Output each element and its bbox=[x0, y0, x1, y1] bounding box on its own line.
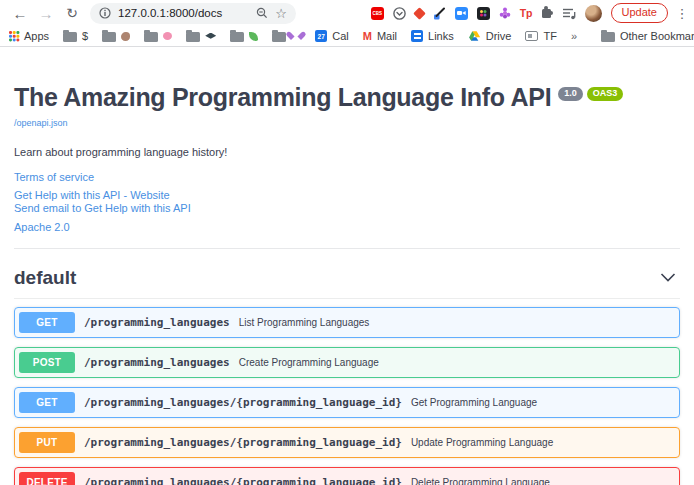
bookmark-mail[interactable]: M Mail bbox=[363, 30, 397, 42]
links-icon bbox=[411, 30, 423, 42]
endpoint-path: /programming_languages/{programming_lang… bbox=[84, 476, 402, 485]
bookmark-folder-horse[interactable] bbox=[102, 30, 130, 42]
bookmark-calendar[interactable]: 27 Cal bbox=[315, 30, 349, 42]
folder-icon bbox=[102, 32, 116, 42]
api-description: Learn about programming language history… bbox=[14, 146, 680, 158]
chevron-down-icon[interactable] bbox=[660, 273, 676, 282]
folder-icon bbox=[186, 32, 200, 42]
eyedropper-extension-icon[interactable] bbox=[433, 7, 446, 20]
bookmark-links[interactable]: Links bbox=[411, 30, 454, 42]
version-badge: 1.0 bbox=[558, 87, 583, 101]
bookmark-tf[interactable]: TF bbox=[525, 30, 556, 42]
license-link[interactable]: Apache 2.0 bbox=[14, 221, 680, 234]
endpoint-summary: Update Programming Language bbox=[411, 437, 553, 448]
cbs-extension-icon[interactable]: CBS bbox=[371, 7, 384, 20]
purple-heart-emoji-icon bbox=[291, 32, 301, 41]
bookmark-folder-graduation[interactable] bbox=[186, 30, 216, 42]
endpoint-path: /programming_languages/{programming_lang… bbox=[84, 436, 402, 449]
flower-dark-extension-icon[interactable] bbox=[477, 7, 490, 20]
endpoint-summary: Get Programming Language bbox=[411, 397, 537, 408]
bookmarks-bar: Apps $ 27 Cal M Mail Links bbox=[0, 26, 694, 47]
extensions-area: CBS Tp Update bbox=[371, 3, 687, 22]
endpoint-path: /programming_languages/{programming_lang… bbox=[84, 396, 402, 409]
endpoint-summary: List Programming Languages bbox=[239, 317, 370, 328]
openapi-spec-link[interactable]: /openapi.json bbox=[14, 118, 68, 128]
section-title: default bbox=[14, 267, 76, 289]
method-badge: POST bbox=[19, 352, 75, 373]
method-badge: DELETE bbox=[19, 472, 75, 485]
folder-icon bbox=[601, 32, 615, 42]
update-button[interactable]: Update bbox=[611, 3, 668, 22]
folder-icon bbox=[63, 32, 77, 42]
url-text[interactable]: 127.0.0.1:8000/docs bbox=[118, 7, 249, 19]
bookmark-folder-brain[interactable] bbox=[144, 30, 172, 42]
leaf-emoji-icon bbox=[249, 32, 258, 41]
calendar-icon: 27 bbox=[315, 30, 327, 42]
method-badge: PUT bbox=[19, 432, 75, 453]
brain-emoji-icon bbox=[163, 32, 172, 40]
endpoint-summary: Delete Programming Language bbox=[411, 477, 550, 485]
terms-of-service-link[interactable]: Terms of service bbox=[14, 171, 680, 184]
bookmark-folder-leaf[interactable] bbox=[230, 30, 258, 42]
folder-icon bbox=[230, 32, 244, 42]
address-bar[interactable]: 127.0.0.1:8000/docs bbox=[90, 3, 296, 24]
bookmark-drive[interactable]: Drive bbox=[468, 30, 512, 42]
endpoint-path: /programming_languages bbox=[84, 356, 230, 369]
tag-section-default[interactable]: default bbox=[14, 249, 680, 299]
profile-avatar[interactable] bbox=[585, 5, 602, 22]
other-bookmarks[interactable]: Other Bookmarks bbox=[601, 30, 694, 42]
apps-shortcut[interactable]: Apps bbox=[9, 30, 49, 42]
bookmark-folder-dollar[interactable]: $ bbox=[63, 30, 88, 42]
folder-icon bbox=[144, 32, 158, 42]
endpoint-row-list-languages[interactable]: GET /programming_languages List Programm… bbox=[14, 307, 680, 338]
bookmark-folder-heart[interactable] bbox=[272, 30, 301, 42]
endpoint-row-get-language[interactable]: GET /programming_languages/{programming_… bbox=[14, 387, 680, 418]
zoom-out-icon[interactable] bbox=[256, 7, 268, 19]
page-title: The Amazing Programming Language Info AP… bbox=[14, 83, 551, 112]
site-info-icon[interactable] bbox=[99, 7, 111, 19]
swagger-page: The Amazing Programming Language Info AP… bbox=[0, 47, 694, 485]
gmail-icon: M bbox=[363, 30, 372, 42]
tp-extension-icon[interactable]: Tp bbox=[520, 7, 533, 19]
reload-icon[interactable] bbox=[59, 1, 85, 25]
music-queue-icon[interactable] bbox=[562, 7, 576, 20]
oas3-badge: OAS3 bbox=[587, 87, 624, 101]
horse-emoji-icon bbox=[121, 32, 130, 41]
endpoint-row-delete-language[interactable]: DELETE /programming_languages/{programmi… bbox=[14, 467, 680, 485]
endpoint-row-update-language[interactable]: PUT /programming_languages/{programming_… bbox=[14, 427, 680, 458]
bookmarks-overflow-chevron[interactable]: » bbox=[571, 30, 577, 42]
google-drive-icon bbox=[468, 30, 481, 42]
flower-purple-extension-icon[interactable] bbox=[503, 11, 507, 15]
help-website-link[interactable]: Get Help with this API - Website bbox=[14, 189, 680, 202]
endpoint-row-create-language[interactable]: POST /programming_languages Create Progr… bbox=[14, 347, 680, 378]
folder-icon bbox=[272, 32, 286, 42]
graduation-cap-emoji-icon bbox=[205, 33, 216, 40]
send-extension-icon[interactable] bbox=[413, 7, 426, 20]
apps-grid-icon bbox=[9, 31, 19, 41]
puzzle-extensions-icon[interactable] bbox=[542, 9, 551, 18]
pocket-extension-icon[interactable] bbox=[393, 7, 406, 20]
help-email-link[interactable]: Send email to Get Help with this API bbox=[14, 202, 680, 215]
method-badge: GET bbox=[19, 392, 75, 413]
browser-toolbar: 127.0.0.1:8000/docs CBS Tp bbox=[0, 0, 694, 26]
api-info-section: The Amazing Programming Language Info AP… bbox=[14, 47, 680, 249]
tf-card-icon bbox=[525, 31, 538, 41]
forward-icon[interactable] bbox=[33, 1, 59, 25]
endpoint-path: /programming_languages bbox=[84, 316, 230, 329]
zoom-meeting-extension-icon[interactable] bbox=[455, 7, 468, 20]
method-badge: GET bbox=[19, 312, 75, 333]
endpoint-summary: Create Programming Language bbox=[239, 357, 379, 368]
back-icon[interactable] bbox=[7, 1, 33, 25]
bookmark-star-icon[interactable] bbox=[275, 6, 287, 21]
browser-menu-icon[interactable] bbox=[677, 6, 687, 21]
